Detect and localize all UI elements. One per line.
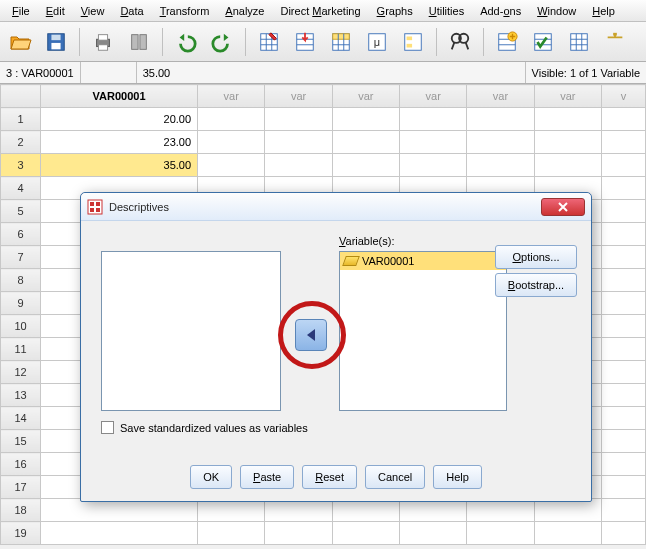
row-header[interactable]: 19 [1, 522, 41, 545]
cell[interactable] [601, 361, 645, 384]
cell[interactable] [198, 522, 265, 545]
menu-addons[interactable]: Add-ons [472, 2, 529, 20]
cell[interactable] [198, 131, 265, 154]
menu-utilities[interactable]: Utilities [421, 2, 472, 20]
cell-value-input[interactable]: 35.00 [136, 62, 525, 83]
cell[interactable] [601, 522, 645, 545]
weight-cases-icon[interactable] [563, 26, 595, 58]
row-header[interactable]: 6 [1, 223, 41, 246]
row-header[interactable]: 1 [1, 108, 41, 131]
menu-data[interactable]: Data [112, 2, 151, 20]
menu-graphs[interactable]: Graphs [369, 2, 421, 20]
cell[interactable] [332, 108, 399, 131]
cell[interactable] [601, 269, 645, 292]
cell[interactable] [601, 384, 645, 407]
cell[interactable] [265, 108, 332, 131]
grid-corner[interactable] [1, 85, 41, 108]
cell[interactable] [534, 154, 601, 177]
goto-variable-icon[interactable] [289, 26, 321, 58]
menu-analyze[interactable]: Analyze [217, 2, 272, 20]
checkbox-icon[interactable] [101, 421, 114, 434]
list-item[interactable]: VAR00001 [340, 252, 506, 270]
dialog-titlebar[interactable]: Descriptives [81, 193, 591, 221]
cell[interactable] [601, 177, 645, 200]
paste-button[interactable]: Paste [240, 465, 294, 489]
close-button[interactable] [541, 198, 585, 216]
cell[interactable] [601, 131, 645, 154]
column-header[interactable]: var [400, 85, 467, 108]
select-cases-icon[interactable] [527, 26, 559, 58]
redo-icon[interactable] [206, 26, 238, 58]
row-header[interactable]: 18 [1, 499, 41, 522]
split-file-icon[interactable] [599, 26, 631, 58]
column-header[interactable]: var [534, 85, 601, 108]
cell[interactable] [332, 154, 399, 177]
row-header[interactable]: 7 [1, 246, 41, 269]
cancel-button[interactable]: Cancel [365, 465, 425, 489]
cell[interactable] [601, 108, 645, 131]
column-header[interactable]: v [601, 85, 645, 108]
options-button[interactable]: Options... [495, 245, 577, 269]
cell[interactable] [601, 407, 645, 430]
menu-direct-marketing[interactable]: Direct Marketing [272, 2, 368, 20]
cell[interactable] [601, 200, 645, 223]
move-variable-button[interactable] [295, 319, 327, 351]
menu-transform[interactable]: Transform [152, 2, 218, 20]
cell[interactable] [601, 315, 645, 338]
cell[interactable] [601, 292, 645, 315]
find-icon[interactable] [444, 26, 476, 58]
row-header[interactable]: 14 [1, 407, 41, 430]
column-header[interactable]: var [467, 85, 534, 108]
row-header[interactable]: 10 [1, 315, 41, 338]
row-header[interactable]: 2 [1, 131, 41, 154]
row-header[interactable]: 13 [1, 384, 41, 407]
row-header[interactable]: 17 [1, 476, 41, 499]
row-header[interactable]: 12 [1, 361, 41, 384]
cell[interactable] [198, 154, 265, 177]
row-header[interactable]: 3 [1, 154, 41, 177]
cell[interactable] [265, 131, 332, 154]
menu-help[interactable]: Help [584, 2, 623, 20]
cell[interactable]: 23.00 [41, 131, 198, 154]
cell[interactable] [400, 131, 467, 154]
cell[interactable] [601, 223, 645, 246]
cell[interactable] [332, 131, 399, 154]
row-header[interactable]: 11 [1, 338, 41, 361]
row-header[interactable]: 15 [1, 430, 41, 453]
column-header[interactable]: VAR00001 [41, 85, 198, 108]
cell[interactable] [41, 522, 198, 545]
bootstrap-button[interactable]: Bootstrap... [495, 273, 577, 297]
print-icon[interactable] [87, 26, 119, 58]
cell[interactable] [467, 154, 534, 177]
column-header[interactable]: var [198, 85, 265, 108]
cell[interactable] [400, 154, 467, 177]
cell[interactable] [467, 108, 534, 131]
row-header[interactable]: 5 [1, 200, 41, 223]
menu-edit[interactable]: Edit [38, 2, 73, 20]
cell[interactable] [534, 108, 601, 131]
row-header[interactable]: 4 [1, 177, 41, 200]
cell[interactable] [265, 154, 332, 177]
cell[interactable] [601, 499, 645, 522]
cell[interactable] [601, 430, 645, 453]
cell[interactable] [601, 476, 645, 499]
cell[interactable]: 20.00 [41, 108, 198, 131]
menu-view[interactable]: View [73, 2, 113, 20]
target-variables-list[interactable]: VAR00001 [339, 251, 507, 411]
cell[interactable] [400, 108, 467, 131]
recall-icon[interactable] [123, 26, 155, 58]
variables-icon[interactable] [325, 26, 357, 58]
reset-button[interactable]: Reset [302, 465, 357, 489]
column-header[interactable]: var [332, 85, 399, 108]
row-header[interactable]: 8 [1, 269, 41, 292]
run-icon[interactable]: μ [361, 26, 393, 58]
menu-file[interactable]: File [4, 2, 38, 20]
cell[interactable] [601, 246, 645, 269]
cell[interactable] [400, 522, 467, 545]
cell[interactable] [534, 131, 601, 154]
cell[interactable] [265, 522, 332, 545]
column-header[interactable]: var [265, 85, 332, 108]
cell[interactable] [534, 522, 601, 545]
cell[interactable]: 35.00 [41, 154, 198, 177]
value-labels-icon[interactable] [397, 26, 429, 58]
